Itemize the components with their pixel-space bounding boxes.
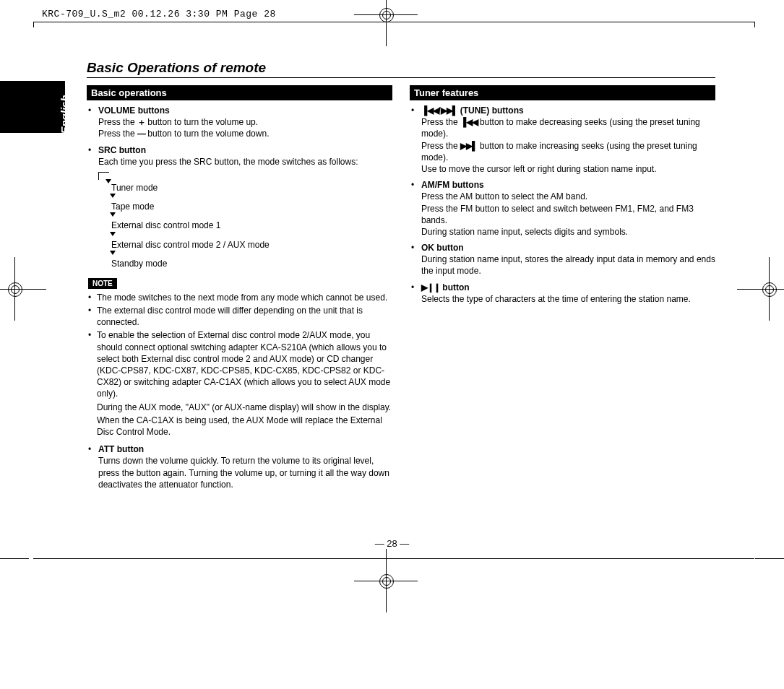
content-area: Basic Operations of remote Basic operati… (87, 60, 715, 495)
list-item: ATT button Turns down the volume quickly… (87, 443, 392, 490)
item-title: ▶❙❙ button (421, 282, 715, 293)
item-line: During station name input, stores the al… (421, 254, 715, 277)
rewind-icon: ▐◀◀ (460, 117, 478, 127)
crop-tick (0, 558, 29, 559)
section-heading: Basic operations (87, 85, 392, 100)
mode-flow: Tuner mode Tape mode External disc contr… (98, 172, 392, 269)
note-item: The external disc control mode will diff… (87, 305, 392, 328)
note-item: The mode switches to the next mode from … (87, 292, 392, 303)
item-line: Press the ＋ button to turn the volume up… (98, 116, 392, 128)
page-title: Basic Operations of remote (87, 60, 715, 78)
crop-tick (754, 22, 755, 27)
registration-mark-icon (376, 4, 396, 25)
item-title: AM/FM buttons (421, 179, 715, 191)
flow-step: External disc control mode 2 / AUX mode (98, 239, 392, 251)
item-line: Press the ▐◀◀ button to make decreasing … (421, 116, 715, 139)
list-item: SRC button Each time you press the SRC b… (87, 144, 392, 168)
item-title: ATT button (98, 443, 392, 455)
item-title: SRC button (98, 144, 392, 156)
item-title: ▐◀◀/▶▶▌ (TUNE) buttons (421, 105, 715, 116)
page-number: — 28 — (0, 538, 784, 549)
language-tab (0, 81, 65, 133)
page: KRC-709_U.S_m2 00.12.26 3:30 PM Page 28 … (0, 0, 784, 689)
registration-mark-icon (376, 571, 396, 591)
item-title: VOLUME buttons (98, 105, 392, 116)
item-line: During station name input, selects digit… (421, 226, 715, 238)
crop-tick (33, 22, 34, 27)
list-item: ▶❙❙ button Selects the type of character… (410, 282, 715, 305)
item-line: Press the — button to turn the volume do… (98, 128, 392, 139)
flow-step: Tuner mode (98, 182, 392, 194)
list-item: ▐◀◀/▶▶▌ (TUNE) buttons Press the ▐◀◀ but… (410, 105, 715, 175)
list-item: AM/FM buttons Press the AM button to sel… (410, 179, 715, 238)
item-line: Each time you press the SRC button, the … (98, 156, 392, 168)
item-line: Turns down the volume quickly. To return… (98, 455, 392, 490)
crop-tick (755, 558, 784, 559)
flow-step: External disc control mode 1 (98, 220, 392, 231)
item-line: Press the ▶▶▌ button to make increasing … (421, 140, 715, 163)
rewind-icon: ▐◀◀ (421, 105, 439, 116)
forward-icon: ▶▶▌ (460, 141, 478, 151)
item-line: Use to move the cursor left or right dur… (421, 163, 715, 175)
left-column: Basic operations VOLUME buttons Press th… (87, 85, 392, 495)
list-item: OK button During station name input, sto… (410, 242, 715, 277)
list-item: VOLUME buttons Press the ＋ button to tur… (87, 105, 392, 140)
flow-step: Standby mode (98, 258, 392, 269)
minus-icon: — (137, 129, 145, 139)
note-label: NOTE (88, 278, 117, 289)
forward-icon: ▶▶▌ (441, 105, 458, 116)
item-line: Press the FM button to select and switch… (421, 203, 715, 226)
registration-mark-icon (4, 279, 25, 299)
section-heading: Tuner features (410, 85, 715, 100)
note-item: To enable the selection of External disc… (87, 329, 392, 438)
language-label: English (59, 95, 71, 134)
right-column: Tuner features ▐◀◀/▶▶▌ (TUNE) buttons Pr… (410, 85, 715, 495)
print-header: KRC-709_U.S_m2 00.12.26 3:30 PM Page 28 (42, 9, 276, 20)
note-list: The mode switches to the next mode from … (87, 292, 392, 438)
play-pause-icon: ▶❙❙ (421, 282, 440, 292)
item-line: Selects the type of characters at the ti… (421, 293, 715, 305)
flow-step: Tape mode (98, 201, 392, 212)
crop-line (33, 558, 754, 559)
item-line: Press the AM button to select the AM ban… (421, 191, 715, 202)
registration-mark-icon (759, 279, 779, 299)
item-title: OK button (421, 242, 715, 254)
plus-icon: ＋ (137, 117, 145, 127)
